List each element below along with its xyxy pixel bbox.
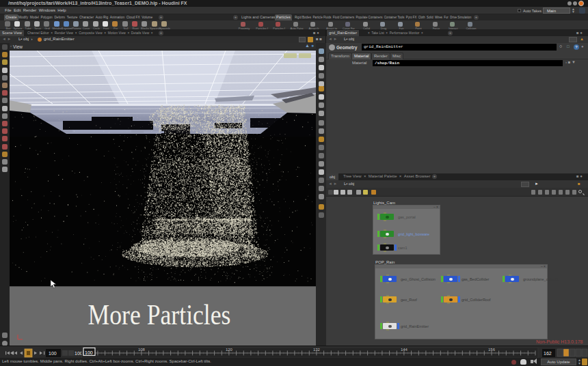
svg-text:162: 162 [544,351,552,356]
svg-text:100: 100 [75,351,83,356]
svg-text:156: 156 [488,348,496,352]
svg-text:100: 100 [85,350,93,355]
svg-text:108: 108 [138,348,146,352]
svg-text:More Particles: More Particles [88,299,231,330]
svg-text:144: 144 [401,348,408,352]
svg-text:120: 120 [226,348,233,352]
svg-text:132: 132 [313,348,321,352]
svg-text:100: 100 [49,351,57,356]
